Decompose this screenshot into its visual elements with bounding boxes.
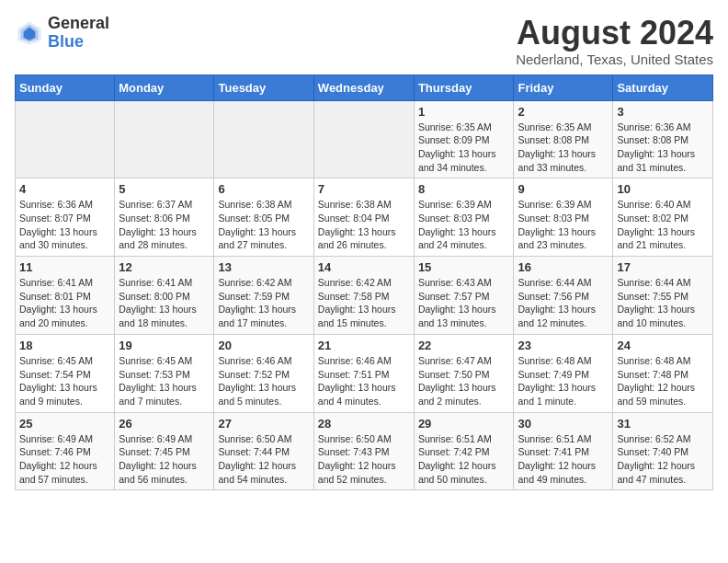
day-number: 5 [119, 182, 210, 196]
calendar-cell: 12Sunrise: 6:41 AM Sunset: 8:00 PM Dayli… [115, 257, 214, 335]
day-info: Sunrise: 6:45 AM Sunset: 7:54 PM Dayligh… [19, 354, 110, 408]
calendar-cell: 4Sunrise: 6:36 AM Sunset: 8:07 PM Daylig… [16, 178, 115, 257]
calendar-cell: 31Sunrise: 6:52 AM Sunset: 7:40 PM Dayli… [613, 412, 713, 490]
calendar-cell: 2Sunrise: 6:35 AM Sunset: 8:08 PM Daylig… [514, 100, 613, 178]
weekday-header-wednesday: Wednesday [313, 75, 414, 100]
calendar-cell: 8Sunrise: 6:39 AM Sunset: 8:03 PM Daylig… [414, 178, 514, 257]
logo: General Blue [15, 15, 109, 52]
weekday-header-monday: Monday [115, 75, 214, 100]
day-info: Sunrise: 6:35 AM Sunset: 8:09 PM Dayligh… [418, 121, 510, 175]
title-section: August 2024 Nederland, Texas, United Sta… [516, 15, 713, 67]
weekday-header-tuesday: Tuesday [214, 75, 313, 100]
calendar-body: 1Sunrise: 6:35 AM Sunset: 8:09 PM Daylig… [16, 100, 713, 490]
day-number: 8 [418, 182, 510, 196]
day-number: 19 [119, 339, 210, 352]
page-header: General Blue August 2024 Nederland, Texa… [15, 15, 713, 67]
day-info: Sunrise: 6:50 AM Sunset: 7:43 PM Dayligh… [318, 432, 410, 487]
day-info: Sunrise: 6:47 AM Sunset: 7:50 PM Dayligh… [418, 354, 510, 408]
day-number: 27 [218, 417, 309, 431]
calendar-cell: 11Sunrise: 6:41 AM Sunset: 8:01 PM Dayli… [16, 257, 115, 335]
day-number: 25 [19, 417, 110, 431]
day-number: 21 [318, 339, 410, 352]
calendar-cell: 13Sunrise: 6:42 AM Sunset: 7:59 PM Dayli… [214, 257, 313, 335]
day-info: Sunrise: 6:44 AM Sunset: 7:55 PM Dayligh… [617, 276, 709, 330]
calendar-cell: 10Sunrise: 6:40 AM Sunset: 8:02 PM Dayli… [613, 178, 713, 257]
calendar-cell: 6Sunrise: 6:38 AM Sunset: 8:05 PM Daylig… [214, 178, 313, 257]
calendar-cell: 5Sunrise: 6:37 AM Sunset: 8:06 PM Daylig… [115, 178, 214, 257]
day-number: 12 [119, 260, 210, 274]
calendar-week-1: 1Sunrise: 6:35 AM Sunset: 8:09 PM Daylig… [16, 100, 713, 178]
weekday-header-sunday: Sunday [16, 75, 115, 100]
day-info: Sunrise: 6:37 AM Sunset: 8:06 PM Dayligh… [119, 198, 210, 252]
calendar-cell: 9Sunrise: 6:39 AM Sunset: 8:03 PM Daylig… [514, 178, 613, 257]
calendar-table: SundayMondayTuesdayWednesdayThursdayFrid… [15, 75, 713, 491]
calendar-cell: 28Sunrise: 6:50 AM Sunset: 7:43 PM Dayli… [313, 412, 414, 490]
day-number: 23 [518, 339, 609, 352]
calendar-cell [214, 100, 313, 178]
day-info: Sunrise: 6:48 AM Sunset: 7:49 PM Dayligh… [518, 354, 609, 408]
day-info: Sunrise: 6:51 AM Sunset: 7:42 PM Dayligh… [418, 432, 510, 487]
calendar-cell: 23Sunrise: 6:48 AM Sunset: 7:49 PM Dayli… [514, 334, 613, 412]
calendar-cell: 21Sunrise: 6:46 AM Sunset: 7:51 PM Dayli… [313, 334, 414, 412]
day-number: 22 [418, 339, 510, 352]
calendar-cell: 14Sunrise: 6:42 AM Sunset: 7:58 PM Dayli… [313, 257, 414, 335]
calendar-cell: 3Sunrise: 6:36 AM Sunset: 8:08 PM Daylig… [613, 100, 713, 178]
calendar-cell: 25Sunrise: 6:49 AM Sunset: 7:46 PM Dayli… [16, 412, 115, 490]
day-info: Sunrise: 6:48 AM Sunset: 7:48 PM Dayligh… [617, 354, 709, 408]
logo-icon [15, 18, 44, 48]
day-number: 14 [318, 260, 410, 274]
main-title: August 2024 [516, 15, 713, 52]
calendar-week-3: 11Sunrise: 6:41 AM Sunset: 8:01 PM Dayli… [16, 257, 713, 335]
calendar-cell: 26Sunrise: 6:49 AM Sunset: 7:45 PM Dayli… [115, 412, 214, 490]
calendar-cell: 29Sunrise: 6:51 AM Sunset: 7:42 PM Dayli… [414, 412, 514, 490]
day-info: Sunrise: 6:42 AM Sunset: 7:59 PM Dayligh… [218, 276, 309, 330]
day-info: Sunrise: 6:50 AM Sunset: 7:44 PM Dayligh… [218, 432, 309, 487]
day-number: 26 [119, 417, 210, 431]
calendar-cell: 19Sunrise: 6:45 AM Sunset: 7:53 PM Dayli… [115, 334, 214, 412]
day-number: 6 [218, 182, 309, 196]
day-number: 15 [418, 260, 510, 274]
calendar-cell: 17Sunrise: 6:44 AM Sunset: 7:55 PM Dayli… [613, 257, 713, 335]
day-info: Sunrise: 6:38 AM Sunset: 8:04 PM Dayligh… [318, 198, 410, 252]
day-info: Sunrise: 6:46 AM Sunset: 7:52 PM Dayligh… [218, 354, 309, 408]
day-number: 9 [518, 182, 609, 196]
day-number: 28 [318, 417, 410, 431]
weekday-header-saturday: Saturday [613, 75, 713, 100]
calendar-cell: 24Sunrise: 6:48 AM Sunset: 7:48 PM Dayli… [613, 334, 713, 412]
day-info: Sunrise: 6:45 AM Sunset: 7:53 PM Dayligh… [119, 354, 210, 408]
day-info: Sunrise: 6:42 AM Sunset: 7:58 PM Dayligh… [318, 276, 410, 330]
day-info: Sunrise: 6:40 AM Sunset: 8:02 PM Dayligh… [617, 198, 709, 252]
calendar-cell [16, 100, 115, 178]
day-info: Sunrise: 6:44 AM Sunset: 7:56 PM Dayligh… [518, 276, 609, 330]
day-info: Sunrise: 6:49 AM Sunset: 7:46 PM Dayligh… [19, 432, 110, 487]
day-number: 17 [617, 260, 709, 274]
day-number: 2 [518, 105, 609, 119]
calendar-cell: 22Sunrise: 6:47 AM Sunset: 7:50 PM Dayli… [414, 334, 514, 412]
calendar-cell: 27Sunrise: 6:50 AM Sunset: 7:44 PM Dayli… [214, 412, 313, 490]
calendar-cell: 1Sunrise: 6:35 AM Sunset: 8:09 PM Daylig… [414, 100, 514, 178]
calendar-week-2: 4Sunrise: 6:36 AM Sunset: 8:07 PM Daylig… [16, 178, 713, 257]
day-number: 16 [518, 260, 609, 274]
day-info: Sunrise: 6:35 AM Sunset: 8:08 PM Dayligh… [518, 121, 609, 175]
day-info: Sunrise: 6:49 AM Sunset: 7:45 PM Dayligh… [119, 432, 210, 487]
day-info: Sunrise: 6:39 AM Sunset: 8:03 PM Dayligh… [418, 198, 510, 252]
calendar-cell: 20Sunrise: 6:46 AM Sunset: 7:52 PM Dayli… [214, 334, 313, 412]
day-number: 7 [318, 182, 410, 196]
day-info: Sunrise: 6:39 AM Sunset: 8:03 PM Dayligh… [518, 198, 609, 252]
calendar-header: SundayMondayTuesdayWednesdayThursdayFrid… [16, 75, 713, 100]
day-info: Sunrise: 6:46 AM Sunset: 7:51 PM Dayligh… [318, 354, 410, 408]
day-info: Sunrise: 6:41 AM Sunset: 8:01 PM Dayligh… [19, 276, 110, 330]
day-number: 10 [617, 182, 709, 196]
calendar-cell: 7Sunrise: 6:38 AM Sunset: 8:04 PM Daylig… [313, 178, 414, 257]
day-number: 24 [617, 339, 709, 352]
day-number: 31 [617, 417, 709, 431]
day-number: 1 [418, 105, 510, 119]
logo-text: General Blue [48, 15, 109, 52]
logo-blue: Blue [48, 33, 109, 52]
day-number: 4 [19, 182, 110, 196]
weekday-header-friday: Friday [514, 75, 613, 100]
day-number: 13 [218, 260, 309, 274]
calendar-week-4: 18Sunrise: 6:45 AM Sunset: 7:54 PM Dayli… [16, 334, 713, 412]
calendar-cell: 18Sunrise: 6:45 AM Sunset: 7:54 PM Dayli… [16, 334, 115, 412]
day-number: 18 [19, 339, 110, 352]
